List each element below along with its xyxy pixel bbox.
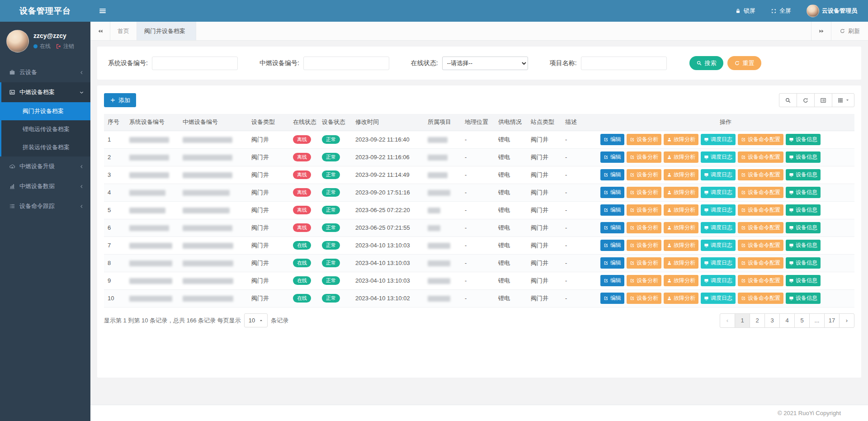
tab-valve-well-archive[interactable]: 阀门井设备档案	[137, 22, 196, 40]
page-1[interactable]: 1	[735, 313, 750, 328]
sidebar-item-lithium-remote-archive[interactable]: 锂电远传设备档案	[1, 120, 90, 138]
dispatch-log-button[interactable]: 调度日志	[701, 257, 736, 269]
device-analysis-button[interactable]: 设备分析	[627, 204, 661, 216]
device-command-config-button[interactable]: 设备命令配置	[738, 134, 783, 145]
device-command-config-button[interactable]: 设备命令配置	[738, 275, 783, 286]
filter-input-sys-device-no[interactable]	[152, 57, 238, 70]
lock-screen-button[interactable]: 锁屏	[735, 7, 755, 15]
device-command-config-button[interactable]: 设备命令配置	[738, 257, 783, 269]
page-17[interactable]: 17	[824, 313, 840, 328]
edit-button[interactable]: 编辑	[600, 204, 624, 216]
reset-button[interactable]: 重置	[727, 56, 761, 70]
device-command-config-button[interactable]: 设备命令配置	[738, 240, 783, 251]
device-info-button[interactable]: 设备信息	[786, 204, 821, 216]
refresh-tab-button[interactable]: 刷新	[831, 22, 868, 40]
edit-button[interactable]: 编辑	[600, 187, 624, 198]
dispatch-log-button[interactable]: 调度日志	[701, 134, 736, 145]
filter-input-gas-device-no[interactable]	[303, 57, 389, 70]
tabs-scroll-right-button[interactable]	[811, 22, 831, 40]
device-info-button[interactable]: 设备信息	[786, 187, 821, 198]
logout-button[interactable]: 注销	[56, 43, 74, 50]
user-menu[interactable]: 云设备管理员	[807, 5, 857, 17]
fault-analysis-button[interactable]: 故障分析	[664, 169, 698, 180]
fault-analysis-button[interactable]: 故障分析	[664, 134, 698, 145]
edit-button[interactable]: 编辑	[600, 169, 624, 180]
device-info-button[interactable]: 设备信息	[786, 134, 821, 145]
page-size-select[interactable]: 10	[244, 313, 268, 327]
page-2[interactable]: 2	[750, 313, 765, 328]
edit-button[interactable]: 编辑	[600, 134, 624, 145]
device-analysis-button[interactable]: 设备分析	[627, 257, 661, 269]
tool-columns-button[interactable]	[832, 93, 854, 107]
cell-device-type: 阀门井	[248, 166, 289, 184]
filter-select-online-status[interactable]: --请选择--	[442, 57, 528, 70]
device-analysis-button[interactable]: 设备分析	[627, 151, 661, 163]
device-analysis-button[interactable]: 设备分析	[627, 169, 661, 180]
add-button[interactable]: 添加	[104, 93, 136, 107]
sidebar-item-valve-well-archive[interactable]: 阀门井设备档案	[1, 102, 90, 120]
device-command-config-button[interactable]: 设备命令配置	[738, 293, 783, 304]
sidebar-item-gas-device-upgrade[interactable]: 中燃设备升级	[0, 156, 90, 176]
page-prev[interactable]: ‹	[720, 313, 735, 328]
device-info-button[interactable]: 设备信息	[786, 257, 821, 269]
edit-button[interactable]: 编辑	[600, 257, 624, 269]
device-command-config-button[interactable]: 设备命令配置	[738, 187, 783, 198]
dispatch-log-button[interactable]: 调度日志	[701, 293, 736, 304]
page-5[interactable]: 5	[794, 313, 810, 328]
fullscreen-button[interactable]: 全屏	[771, 7, 791, 15]
fault-analysis-button[interactable]: 故障分析	[664, 240, 698, 251]
device-info-button[interactable]: 设备信息	[786, 151, 821, 163]
search-button[interactable]: 搜索	[689, 56, 723, 70]
dispatch-log-button[interactable]: 调度日志	[701, 240, 736, 251]
fault-analysis-button[interactable]: 故障分析	[664, 151, 698, 163]
device-command-config-button[interactable]: 设备命令配置	[738, 204, 783, 216]
device-analysis-button[interactable]: 设备分析	[627, 240, 661, 251]
edit-button[interactable]: 编辑	[600, 293, 624, 304]
page-4[interactable]: 4	[779, 313, 795, 328]
device-command-config-button[interactable]: 设备命令配置	[738, 169, 783, 180]
sidebar-toggle-button[interactable]	[99, 7, 107, 15]
device-info-button[interactable]: 设备信息	[786, 275, 821, 286]
page-3[interactable]: 3	[764, 313, 780, 328]
fault-analysis-button[interactable]: 故障分析	[664, 222, 698, 233]
device-command-config-button[interactable]: 设备命令配置	[738, 222, 783, 233]
device-analysis-button[interactable]: 设备分析	[627, 293, 661, 304]
page-next[interactable]: ›	[839, 313, 854, 328]
tool-refresh-button[interactable]	[797, 93, 815, 107]
device-info-button[interactable]: 设备信息	[786, 222, 821, 233]
device-analysis-button[interactable]: 设备分析	[627, 275, 661, 286]
device-info-button[interactable]: 设备信息	[786, 240, 821, 251]
filter-input-project-name[interactable]	[581, 57, 667, 70]
sidebar-item-device-command-trace[interactable]: 设备命令跟踪	[0, 196, 90, 216]
edit-button[interactable]: 编辑	[600, 240, 624, 251]
tab-home[interactable]: 首页	[110, 22, 137, 40]
fault-analysis-button[interactable]: 故障分析	[664, 187, 698, 198]
tabs-scroll-left-button[interactable]	[90, 22, 110, 40]
device-command-config-button[interactable]: 设备命令配置	[738, 151, 783, 163]
sidebar-item-assembled-remote-archive[interactable]: 拼装远传设备档案	[1, 138, 90, 156]
edit-button[interactable]: 编辑	[600, 151, 624, 163]
device-analysis-button[interactable]: 设备分析	[627, 134, 661, 145]
fault-analysis-button[interactable]: 故障分析	[664, 293, 698, 304]
device-info-button[interactable]: 设备信息	[786, 293, 821, 304]
dispatch-log-button[interactable]: 调度日志	[701, 169, 736, 180]
device-analysis-button[interactable]: 设备分析	[627, 187, 661, 198]
dispatch-log-button[interactable]: 调度日志	[701, 204, 736, 216]
dispatch-log-button[interactable]: 调度日志	[701, 187, 736, 198]
edit-button[interactable]: 编辑	[600, 275, 624, 286]
edit-button[interactable]: 编辑	[600, 222, 624, 233]
sidebar-item-gas-device-archive[interactable]: 中燃设备档案	[1, 82, 90, 102]
fault-analysis-button[interactable]: 故障分析	[664, 204, 698, 216]
dispatch-log-button[interactable]: 调度日志	[701, 222, 736, 233]
sidebar-item-cloud-devices[interactable]: 云设备	[0, 62, 90, 82]
fault-analysis-button[interactable]: 故障分析	[664, 257, 698, 269]
sidebar-item-gas-device-data[interactable]: 中燃设备数据	[0, 176, 90, 196]
page-ellipsis[interactable]: ...	[809, 313, 825, 328]
device-info-button[interactable]: 设备信息	[786, 169, 821, 180]
dispatch-log-button[interactable]: 调度日志	[701, 275, 736, 286]
tool-search-button[interactable]	[779, 93, 797, 107]
device-analysis-button[interactable]: 设备分析	[627, 222, 661, 233]
dispatch-log-button[interactable]: 调度日志	[701, 151, 736, 163]
fault-analysis-button[interactable]: 故障分析	[664, 275, 698, 286]
tool-card-view-button[interactable]	[814, 93, 832, 107]
